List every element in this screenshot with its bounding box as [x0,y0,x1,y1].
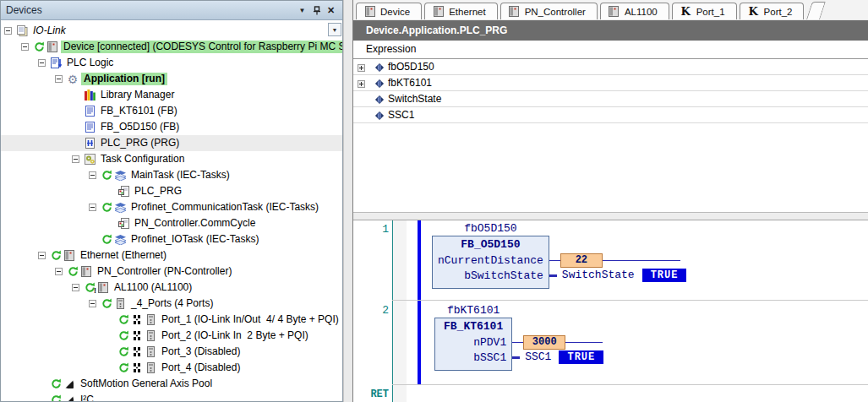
expand-collapse-icon[interactable] [358,62,365,74]
tree-item-label: Port_1 (IO-Link In/Out 4/ 4 Byte + PQI) [159,313,341,326]
expand-collapse-icon[interactable] [55,75,66,83]
tree-item-softmotion-general-axis-pool[interactable]: SoftMotion General Axis Pool [1,376,342,392]
refresh-icon [117,329,130,342]
chevron-down-icon: ▼ [299,7,306,14]
panel-splitter-horizontal[interactable] [353,212,868,220]
tree-item-label: FB_O5D150 (FB) [98,121,182,133]
watch-row-fbkt6101[interactable]: fbKT6101 [353,75,868,91]
panel-close-button[interactable]: ✕ [324,3,338,17]
network-2[interactable]: 2 fbKT6101 FB_KT6101 nPDV1 bSSC1 3000 [353,300,868,384]
tab-label: PN_Controller [525,7,586,17]
instance-name: fbO5D150 [464,222,516,236]
tree-item-device-connected-codesys-control-for-ras[interactable]: Device [connected] (CODESYS Control for … [1,39,342,55]
tree-item-pn-controller-commcycle[interactable]: PN_Controller.CommCycle [1,215,342,231]
tab-port-1[interactable]: KPort_1 [672,3,737,19]
refresh-icon [49,249,63,262]
device-icon [63,249,76,262]
output-variable[interactable]: SwitchState [562,269,635,282]
fbd-editor[interactable]: 1 fbO5D150 FB_O5D150 nCurrentDistance bS… [353,220,868,402]
device-tree: ▼ IO-LinkDevice [connected] (CODESYS Con… [1,20,342,401]
monitored-value-box[interactable]: 3000 [523,335,565,350]
tree-item-i-c[interactable]: I²C [1,392,342,401]
tab-partial[interactable] [806,2,826,19]
wire-stub [549,274,557,277]
tree-item-maintask-iec-tasks[interactable]: MainTask (IEC-Tasks) [1,167,342,183]
tree-item-label: Port_2 (IO-Link In 2 Byte + PQI) [159,329,311,342]
tree-item-4-ports-4-ports[interactable]: _4_Ports (4 Ports) [1,296,342,312]
device-icon [433,6,444,17]
refresh-alert-icon: ! [83,281,96,294]
network-1[interactable]: 1 fbO5D150 FB_O5D150 nCurrentDistance bS… [353,220,868,300]
expand-collapse-icon[interactable] [38,252,49,259]
tree-item-profinet-iotask-iec-tasks[interactable]: Profinet_IOTask (IEC-Tasks) [1,231,342,247]
tree-item-library-manager[interactable]: Library Manager [1,87,342,103]
variable-icon [374,62,385,75]
monitored-value-box[interactable]: 22 [560,253,603,268]
watch-row-ssc1[interactable]: SSC1 [353,107,868,123]
tree-item-label: Profinet_CommunicationTask (IEC-Tasks) [128,201,321,214]
bool-value-box[interactable]: TRUE [642,269,687,282]
devices-panel-title: Devices [6,4,295,16]
expand-collapse-icon[interactable] [89,300,100,307]
task-icon [113,201,127,214]
tree-item-profinet-communicationtask-iec-tasks[interactable]: Profinet_CommunicationTask (IEC-Tasks) [1,199,342,215]
wire [565,342,603,343]
expand-collapse-icon[interactable] [358,79,365,90]
tree-item-port-3-disabled[interactable]: Port_3 (Disabled) [1,344,342,360]
expand-collapse-icon[interactable] [38,59,49,67]
tab-al1100[interactable]: AL1100 [600,3,669,19]
tree-item-port-4-disabled[interactable]: Port_4 (Disabled) [1,360,342,376]
tree-item-io-link[interactable]: IO-Link [1,23,342,39]
variable-icon [374,95,385,107]
tree-item-fb-o5d150-fb[interactable]: FB_O5D150 (FB) [1,119,342,135]
expand-collapse-icon[interactable] [55,268,66,275]
instance-name: fbKT6101 [447,304,500,318]
refresh-icon [117,345,130,358]
codesys-window: Devices ▼ ✕ ▼ IO-LinkDevice [connected] … [0,0,868,402]
tab-label: AL1100 [625,7,658,17]
tree-item-al1100-al1100[interactable]: !AL1100 (AL1100) [1,280,342,296]
tab-ethernet[interactable]: Ethernet [424,3,497,19]
tree-item-plc-prg-prg[interactable]: PLC_PRG (PRG) [1,135,342,151]
expand-collapse-icon[interactable] [89,204,100,211]
refresh-icon [100,169,113,182]
tree-item-application-run[interactable]: ⚙Application [run] [1,71,342,87]
tab-device[interactable]: Device [356,3,422,19]
expand-collapse-icon[interactable] [4,27,15,35]
output-pin: nCurrentDistance [433,253,549,269]
tree-item-ethernet-ethernet[interactable]: Ethernet (Ethernet) [1,247,342,263]
expand-collapse-icon[interactable] [89,171,100,179]
expand-collapse-icon[interactable] [72,284,83,291]
output-variable[interactable]: SSC1 [525,350,551,364]
panel-menu-button[interactable]: ▼ [295,3,309,17]
tree-item-pn-controller-pn-controller[interactable]: PN_Controller (PN-Controller) [1,263,342,280]
tree-item-label: PLC Logic [64,57,116,69]
task-config-icon [83,153,96,166]
function-block[interactable]: FB_KT6101 nPDV1 bSSC1 [434,318,512,371]
library-icon [83,89,96,101]
watch-row-switchstate[interactable]: SwitchState [353,91,868,107]
tree-item-port-1-io-link-in-out-4-4-byte-pqi[interactable]: Port_1 (IO-Link In/Out 4/ 4 Byte + PQI) [1,312,342,328]
expand-collapse-icon[interactable] [72,155,83,163]
tree-item-plc-prg[interactable]: PLC_PRG [1,183,342,199]
tab-port-2[interactable]: KPort_2 [740,3,805,19]
tree-item-task-configuration[interactable]: Task Configuration [1,151,342,167]
tree-view-dropdown-button[interactable]: ▼ [328,23,341,36]
tree-item-fb-kt6101-fb[interactable]: FB_KT6101 (FB) [1,103,342,119]
watch-row-fbo5d150[interactable]: fbO5D150 [353,59,868,75]
devices-panel: Devices ▼ ✕ ▼ IO-LinkDevice [connected] … [0,0,343,402]
iolink-icon: K [680,6,691,17]
function-block[interactable]: FB_O5D150 nCurrentDistance bSwitchState [432,236,549,289]
bool-value-box[interactable]: TRUE [559,350,603,364]
wire [549,260,560,261]
expression-name: fbO5D150 [388,61,434,73]
expand-collapse-icon[interactable] [21,43,32,51]
tree-item-plc-logic[interactable]: PLC Logic [1,55,342,71]
devices-panel-header: Devices ▼ ✕ [1,1,342,20]
bool-connection: SSC1 TRUE [512,350,603,365]
panel-splitter-vertical[interactable] [343,0,352,402]
project-icon [15,24,29,37]
tab-pn-controller[interactable]: PN_Controller [500,3,598,19]
tree-item-port-2-io-link-in-2-byte-pqi[interactable]: Port_2 (IO-Link In 2 Byte + PQI) [1,328,342,344]
panel-pin-button[interactable] [309,3,324,17]
